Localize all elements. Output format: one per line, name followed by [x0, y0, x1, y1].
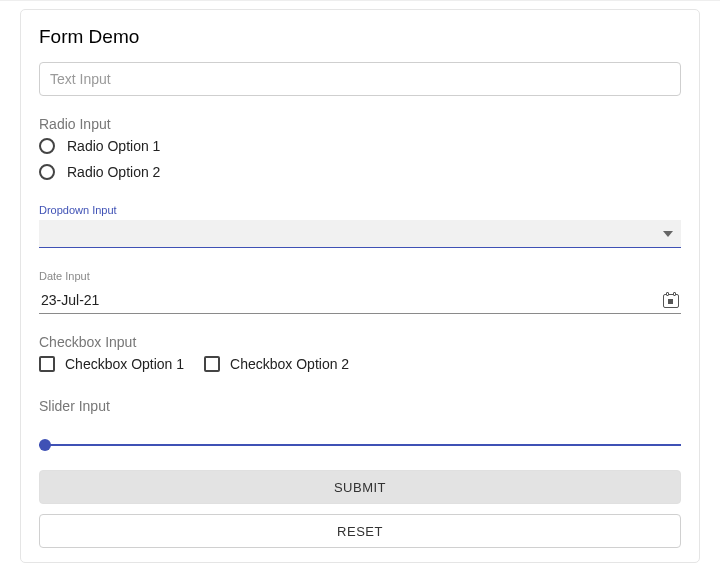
reset-button[interactable]: RESET	[39, 514, 681, 548]
page-title: Form Demo	[39, 26, 681, 48]
submit-button[interactable]: SUBMIT	[39, 470, 681, 504]
checkbox-option-label: Checkbox Option 2	[230, 356, 349, 372]
checkbox-group: Checkbox Input Checkbox Option 1 Checkbo…	[39, 334, 681, 372]
text-input[interactable]	[39, 62, 681, 96]
radio-icon	[39, 138, 55, 154]
dropdown-input[interactable]	[39, 220, 681, 248]
slider-thumb[interactable]	[39, 439, 51, 451]
radio-option-label: Radio Option 1	[67, 138, 160, 154]
checkbox-icon	[39, 356, 55, 372]
calendar-icon[interactable]	[663, 292, 679, 308]
date-input[interactable]: 23-Jul-21	[39, 286, 681, 314]
radio-group: Radio Input Radio Option 1 Radio Option …	[39, 116, 681, 180]
dropdown-field: Dropdown Input	[39, 204, 681, 248]
button-row: SUBMIT RESET	[39, 470, 681, 548]
radio-option-1[interactable]: Radio Option 1	[39, 138, 681, 154]
date-label: Date Input	[39, 270, 681, 282]
checkbox-option-1[interactable]: Checkbox Option 1	[39, 356, 184, 372]
radio-option-2[interactable]: Radio Option 2	[39, 164, 681, 180]
chevron-down-icon	[663, 231, 673, 237]
form-card: Form Demo Radio Input Radio Option 1 Rad…	[20, 9, 700, 563]
checkbox-label: Checkbox Input	[39, 334, 681, 350]
radio-option-label: Radio Option 2	[67, 164, 160, 180]
slider-label: Slider Input	[39, 398, 681, 414]
date-value: 23-Jul-21	[41, 292, 99, 308]
dropdown-label: Dropdown Input	[39, 204, 681, 216]
radio-label: Radio Input	[39, 116, 681, 132]
checkbox-option-2[interactable]: Checkbox Option 2	[204, 356, 349, 372]
checkbox-option-label: Checkbox Option 1	[65, 356, 184, 372]
radio-icon	[39, 164, 55, 180]
slider-track[interactable]	[39, 444, 681, 446]
slider-field: Slider Input	[39, 398, 681, 446]
date-field: Date Input 23-Jul-21	[39, 270, 681, 314]
checkbox-icon	[204, 356, 220, 372]
